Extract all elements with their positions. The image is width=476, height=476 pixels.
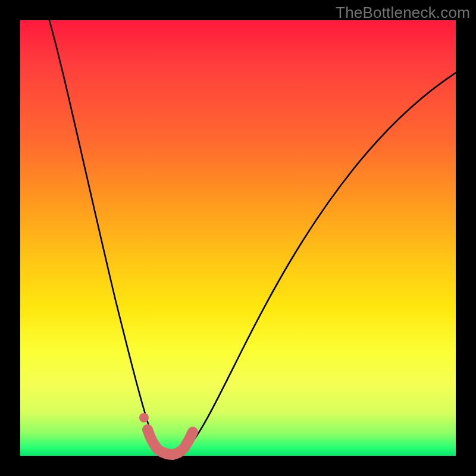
highlight-dot — [139, 413, 149, 422]
plot-area — [20, 20, 456, 456]
highlight-segment — [148, 430, 193, 455]
curve-layer — [20, 20, 456, 456]
bottleneck-curve — [48, 14, 464, 455]
chart-frame: TheBottleneck.com — [0, 0, 476, 476]
watermark-text: TheBottleneck.com — [336, 4, 470, 22]
